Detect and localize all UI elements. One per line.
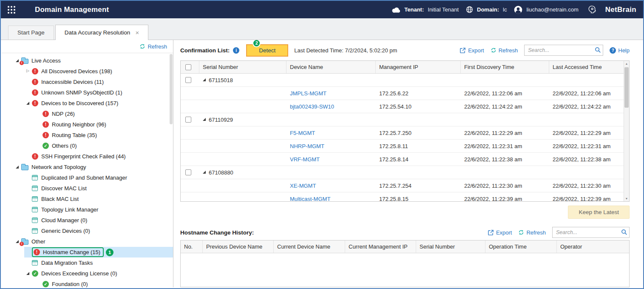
device-name-link[interactable]: XE-MGMT — [290, 183, 316, 189]
column-header[interactable]: Current Device Name — [274, 240, 345, 253]
sidebar-item[interactable]: !Routing Neighbor (96) — [2, 119, 173, 130]
expander-collapsed-icon[interactable] — [25, 68, 32, 75]
domain-value[interactable]: lc — [503, 6, 507, 13]
tab-data-accuracy-resolution[interactable]: Data Accuracy Resolution × — [55, 25, 148, 40]
keep-the-latest-button[interactable]: Keep the Latest — [568, 206, 630, 219]
serial-group-row[interactable]: 67108880 — [181, 166, 624, 179]
annotation-highlight-box: !Hostname Change (15) — [32, 247, 104, 257]
scrollbar-thumb[interactable] — [624, 67, 629, 108]
column-header[interactable]: Device Name — [287, 61, 376, 73]
device-name-link[interactable]: Multicast-MGMT — [290, 196, 330, 202]
sidebar-scrollbar[interactable] — [170, 54, 173, 286]
sidebar-item[interactable]: !All Discovered Devices (198) — [2, 66, 173, 77]
sidebar-item[interactable]: !Devices to be Discovered (157) — [2, 98, 173, 109]
table-scrollbar[interactable]: ▲ ▼ — [624, 61, 629, 201]
apps-grid-icon[interactable] — [8, 6, 15, 14]
detect-button[interactable]: Detect — [246, 44, 288, 57]
sidebar-item[interactable]: Data Migration Tasks — [2, 258, 173, 268]
sidebar-item[interactable]: !NDP (26) — [2, 109, 173, 119]
sidebar-item[interactable]: Topology Link Manager — [2, 204, 173, 215]
column-header[interactable]: Management IP — [376, 61, 461, 73]
sidebar-item[interactable]: Black MAC List — [2, 194, 173, 204]
sidebar-item[interactable]: !Unknown SNMP SysObjectID (1) — [2, 87, 173, 98]
column-header[interactable]: Serial Number — [416, 240, 485, 253]
sidebar-item[interactable]: !Inaccessible Devices (11) — [2, 77, 173, 87]
sidebar-refresh-button[interactable]: Refresh — [139, 43, 167, 50]
main-content: Confirmation List: i Detect 2 Last Detec… — [173, 40, 642, 287]
refresh-button[interactable]: Refresh — [491, 47, 518, 54]
sidebar-item[interactable]: !Routing Table (35) — [2, 130, 173, 140]
user-email[interactable]: liuchao@netrain.com — [526, 6, 578, 13]
expander-expanded-icon[interactable] — [25, 270, 32, 277]
info-icon[interactable]: i — [233, 47, 239, 54]
row-checkbox[interactable] — [185, 169, 191, 175]
sidebar-item[interactable]: ✓Others (0) — [2, 140, 173, 151]
column-header[interactable]: Last Accessed Time — [549, 61, 624, 73]
sidebar-item[interactable]: Duplicated IP and Subnet Manager — [2, 172, 173, 183]
expander-expanded-icon[interactable] — [14, 164, 21, 171]
sidebar: Refresh Live Access!All Discovered Devic… — [2, 40, 173, 287]
check-icon: ✓ — [32, 270, 38, 277]
scroll-down-icon[interactable]: ▼ — [624, 196, 629, 201]
page-title: Domain Management — [35, 6, 109, 14]
sidebar-item[interactable]: ✓Devices Exceeding License (0) — [2, 268, 173, 279]
device-row[interactable]: JMPLS-MGMT172.25.6.2222/6/2022, 11:22:06… — [181, 87, 624, 100]
sidebar-item[interactable]: Network and Topology — [2, 162, 173, 172]
device-name-link[interactable]: NHRP-MGMT — [290, 143, 324, 149]
sidebar-refresh-label: Refresh — [148, 43, 167, 50]
column-header[interactable]: Previous Device Name — [203, 240, 274, 253]
history-refresh-button[interactable]: Refresh — [518, 229, 546, 236]
tenant-value[interactable]: Initial Tenant — [428, 6, 459, 13]
collapse-triangle-icon[interactable] — [203, 78, 206, 81]
column-header[interactable]: Serial Number — [199, 61, 287, 73]
select-all-checkbox[interactable] — [185, 64, 191, 70]
export-button[interactable]: Export — [460, 47, 484, 54]
assistant-icon[interactable] — [588, 5, 597, 14]
sidebar-item[interactable]: Generic Devices (0) — [2, 226, 173, 236]
last-accessed-time-cell: 22/6/2022, 11:22:29 am — [549, 126, 624, 139]
device-row[interactable]: NHRP-MGMT172.25.8.1122/6/2022, 11:22:31 … — [181, 140, 624, 153]
serial-group-row[interactable]: 67115018 — [181, 74, 624, 87]
column-header[interactable]: Operator — [557, 240, 629, 253]
search-icon[interactable] — [595, 47, 601, 54]
column-header[interactable]: No. — [181, 240, 203, 253]
tab-start-page[interactable]: Start Page — [8, 26, 54, 40]
close-icon[interactable]: × — [135, 29, 139, 36]
device-row[interactable]: VRF-MGMT172.25.8.1422/6/2022, 11:22:38 a… — [181, 153, 624, 166]
collapse-triangle-icon[interactable] — [203, 171, 206, 174]
device-name-link[interactable]: JMPLS-MGMT — [290, 90, 326, 97]
history-table-header: No.Previous Device NameCurrent Device Na… — [181, 240, 629, 253]
row-checkbox[interactable] — [185, 117, 191, 123]
sidebar-item[interactable]: Discover MAC List — [2, 183, 173, 194]
sidebar-item[interactable]: Live Access — [2, 55, 173, 66]
sidebar-item[interactable]: ✓Foundation (0) — [2, 279, 173, 287]
serial-group-row[interactable]: 67110929 — [181, 113, 624, 126]
history-search-input[interactable] — [552, 227, 630, 238]
device-name-link[interactable]: bjta002439-SW10 — [290, 103, 334, 110]
row-checkbox[interactable] — [185, 77, 191, 83]
search-icon[interactable] — [621, 229, 627, 237]
column-header[interactable]: Operation Time — [485, 240, 557, 253]
scroll-up-icon[interactable]: ▲ — [624, 61, 629, 66]
column-header[interactable]: Current Management IP — [345, 240, 416, 253]
device-name-link[interactable]: F5-MGMT — [290, 130, 315, 136]
history-export-button[interactable]: Export — [488, 229, 512, 236]
confirmation-table: Serial NumberDevice NameManagement IPFir… — [180, 60, 630, 202]
help-button[interactable]: ? Help — [610, 47, 630, 54]
column-header[interactable]: First Discovery Time — [461, 61, 549, 73]
search-input[interactable] — [524, 45, 603, 56]
alert-icon: ! — [32, 100, 38, 106]
device-name-link[interactable]: VRF-MGMT — [290, 156, 320, 163]
user-avatar-icon[interactable] — [514, 6, 522, 14]
sidebar-item[interactable]: !Hostname Change (15)1 — [2, 247, 173, 258]
expander-spacer — [25, 185, 32, 192]
device-row[interactable]: XE-MGMT172.25.7.25422/6/2022, 11:22:30 a… — [181, 179, 624, 192]
device-row[interactable]: bjta002439-SW10172.25.54.1022/6/2022, 11… — [181, 100, 624, 113]
expander-expanded-icon[interactable] — [25, 100, 32, 107]
collapse-triangle-icon[interactable] — [203, 118, 206, 121]
sidebar-item[interactable]: Other — [2, 236, 173, 247]
device-row[interactable]: Multicast-MGMT172.25.8.1522/6/2022, 11:2… — [181, 192, 624, 202]
device-row[interactable]: F5-MGMT172.25.7.25022/6/2022, 11:22:29 a… — [181, 126, 624, 140]
sidebar-item[interactable]: Cloud Manager (0) — [2, 215, 173, 226]
sidebar-item[interactable]: !SSH Fingerprint Check Failed (44) — [2, 151, 173, 162]
